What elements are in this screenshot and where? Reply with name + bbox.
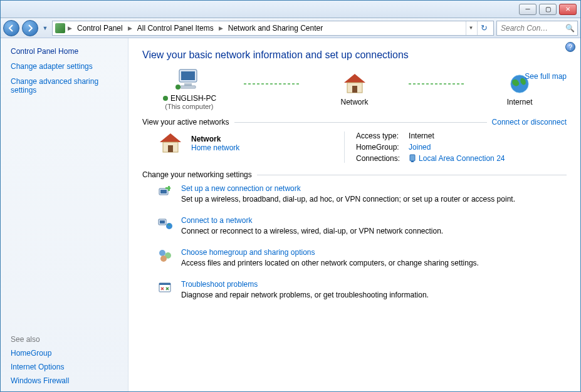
connect-disconnect-link[interactable]: Connect or disconnect <box>492 118 567 126</box>
active-network-card: Network Home network Access type: Intern… <box>157 132 567 163</box>
network-map: ENGLISH-PC (This computer) Network <box>142 68 567 110</box>
task-homegroup-link[interactable]: Choose homegroup and sharing options <box>181 248 315 257</box>
svg-point-22 <box>166 223 172 229</box>
task-troubleshoot[interactable]: Troubleshoot problems Diagnose and repai… <box>157 280 567 299</box>
task-setup-connection-desc: Set up a wireless, broadband, dial-up, a… <box>181 195 515 204</box>
map-this-pc-label: ENGLISH-PC <box>162 94 217 103</box>
troubleshoot-icon <box>157 280 174 296</box>
svg-rect-15 <box>411 161 414 162</box>
network-type-link[interactable]: Home network <box>191 143 239 152</box>
explorer-navbar: ▼ ▶ Control Panel ▶ All Control Panel It… <box>1 18 580 38</box>
svg-rect-8 <box>352 86 357 93</box>
svg-rect-2 <box>184 83 192 86</box>
minimize-button[interactable]: ─ <box>519 4 537 15</box>
breadcrumb-item[interactable]: Network and Sharing Center <box>226 21 325 35</box>
computer-icon <box>175 68 203 92</box>
access-type-label: Access type: <box>356 132 400 140</box>
divider <box>257 175 567 175</box>
task-connect-network[interactable]: Connect to a network Connect or reconnec… <box>157 216 567 235</box>
chevron-right-icon[interactable]: ▶ <box>127 25 133 31</box>
see-also-windows-firewall[interactable]: Windows Firewall <box>11 376 118 385</box>
svg-marker-6 <box>344 74 365 83</box>
network-name: Network <box>191 135 239 143</box>
sidebar-link-adapter-settings[interactable]: Change adapter settings <box>11 62 118 71</box>
svg-point-5 <box>163 96 168 101</box>
active-networks-heading: View your active networks <box>142 118 229 126</box>
refresh-button[interactable]: ↻ <box>477 21 491 35</box>
access-type-value: Internet <box>409 132 505 140</box>
map-this-pc: ENGLISH-PC (This computer) <box>142 68 236 110</box>
connect-network-icon <box>157 216 174 232</box>
window-body: Control Panel Home Change adapter settin… <box>1 38 580 391</box>
svg-rect-13 <box>168 145 173 152</box>
search-input[interactable] <box>500 23 564 33</box>
active-networks-header: View your active networks Connect or dis… <box>142 118 567 126</box>
connections-label: Connections: <box>356 154 400 163</box>
change-settings-header: Change your networking settings <box>142 170 567 179</box>
homegroup-icon <box>157 248 174 264</box>
svg-rect-27 <box>159 283 170 285</box>
map-network-label: Network <box>341 98 369 106</box>
svg-rect-3 <box>181 86 196 88</box>
task-connect-network-desc: Connect or reconnect to a wireless, wire… <box>181 227 443 235</box>
see-also-internet-options[interactable]: Internet Options <box>11 363 118 371</box>
help-icon[interactable]: ? <box>565 42 575 52</box>
house-icon <box>342 72 368 96</box>
svg-point-25 <box>160 255 167 262</box>
window-controls: ─ ▢ ✕ <box>519 4 577 15</box>
task-homegroup-desc: Access files and printers located on oth… <box>181 259 479 267</box>
sidebar-home-link[interactable]: Control Panel Home <box>11 47 118 56</box>
nav-history-dropdown[interactable]: ▼ <box>41 20 50 36</box>
homegroup-label: HomeGroup: <box>356 143 400 152</box>
change-settings-heading: Change your networking settings <box>142 170 252 179</box>
close-button[interactable]: ✕ <box>559 4 577 15</box>
setup-connection-icon <box>157 184 174 200</box>
control-panel-window: ─ ▢ ✕ ▼ ▶ Control Panel ▶ All Control Pa… <box>0 0 581 392</box>
map-connector-line <box>244 83 300 85</box>
main-content: ? View your basic network information an… <box>128 38 580 391</box>
task-connect-network-link[interactable]: Connect to a network <box>181 216 252 225</box>
task-setup-connection[interactable]: Set up a new connection or network Set u… <box>157 184 567 204</box>
svg-rect-14 <box>410 155 415 161</box>
maximize-button[interactable]: ▢ <box>539 4 557 15</box>
network-details: Access type: Internet HomeGroup: Joined … <box>344 132 505 163</box>
breadcrumb-item[interactable]: All Control Panel Items <box>135 21 216 35</box>
map-network: Network <box>308 72 402 106</box>
breadcrumb-item[interactable]: Control Panel <box>75 21 125 35</box>
ethernet-icon <box>409 154 416 163</box>
window-titlebar: ─ ▢ ✕ <box>1 1 580 18</box>
see-also-homegroup[interactable]: HomeGroup <box>11 349 118 358</box>
divider <box>234 122 487 123</box>
task-homegroup[interactable]: Choose homegroup and sharing options Acc… <box>157 248 567 267</box>
map-internet-label: Internet <box>507 98 533 106</box>
sidebar-link-advanced-sharing[interactable]: Change advanced sharing settings <box>11 77 118 95</box>
control-panel-icon <box>55 23 65 33</box>
forward-button[interactable] <box>22 20 38 36</box>
svg-rect-1 <box>181 71 195 80</box>
map-this-pc-sublabel: (This computer) <box>165 103 213 110</box>
task-setup-connection-link[interactable]: Set up a new connection or network <box>181 184 301 193</box>
house-icon <box>157 132 184 155</box>
svg-marker-11 <box>160 133 181 142</box>
see-full-map-link[interactable]: See full map <box>525 72 567 81</box>
sidebar: Control Panel Home Change adapter settin… <box>1 38 128 391</box>
settings-task-list: Set up a new connection or network Set u… <box>157 184 567 299</box>
address-dropdown[interactable]: ▼ <box>466 21 476 35</box>
map-connector-line <box>409 83 465 85</box>
search-box[interactable]: 🔍 <box>496 21 578 36</box>
svg-rect-17 <box>160 190 167 193</box>
arrow-left-icon <box>8 24 15 32</box>
task-troubleshoot-desc: Diagnose and repair network problems, or… <box>181 291 429 299</box>
network-node-icon <box>162 95 169 101</box>
see-also-section: See also HomeGroup Internet Options Wind… <box>11 335 118 385</box>
arrow-right-icon <box>26 24 34 32</box>
chevron-right-icon[interactable]: ▶ <box>217 25 224 31</box>
address-bar[interactable]: ▶ Control Panel ▶ All Control Panel Item… <box>52 21 494 36</box>
svg-point-4 <box>175 85 181 90</box>
svg-point-23 <box>159 250 165 256</box>
task-troubleshoot-link[interactable]: Troubleshoot problems <box>181 280 258 289</box>
chevron-right-icon[interactable]: ▶ <box>66 25 73 31</box>
homegroup-value-link[interactable]: Joined <box>409 143 505 152</box>
back-button[interactable] <box>3 20 19 36</box>
connection-link[interactable]: Local Area Connection 24 <box>419 154 505 163</box>
